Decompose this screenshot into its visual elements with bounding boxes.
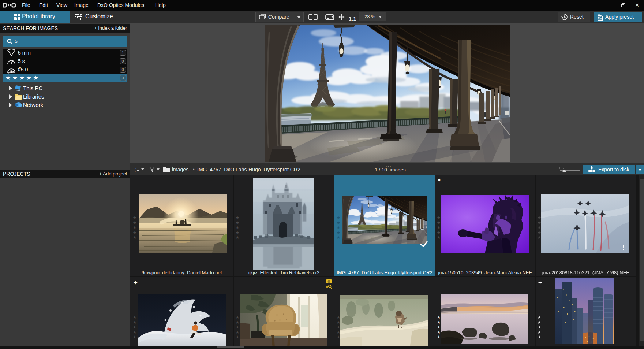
svg-text:z: z [135, 170, 136, 172]
svg-text:!: ! [622, 243, 625, 251]
